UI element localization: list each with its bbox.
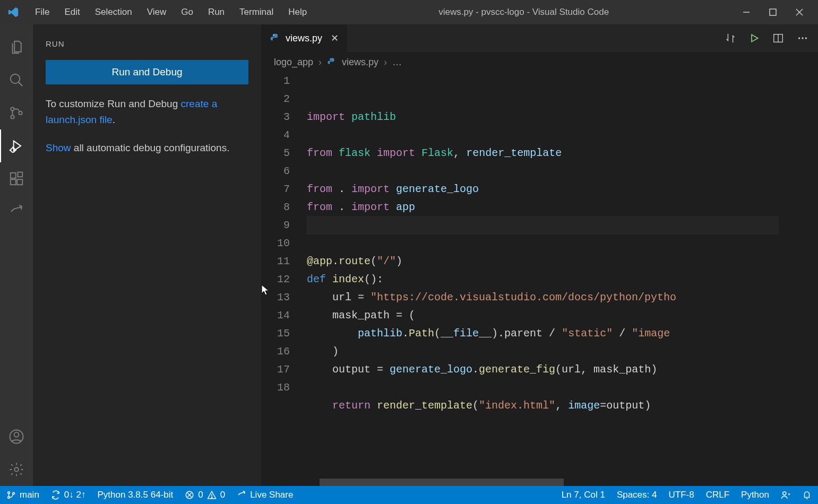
sync-item[interactable]: 0↓ 2↑ — [51, 490, 86, 500]
branch-label: main — [20, 490, 39, 500]
run-and-debug-button[interactable]: Run and Debug — [46, 60, 248, 84]
close-button[interactable] — [786, 0, 813, 24]
svg-point-7 — [11, 115, 14, 118]
code-line[interactable]: from flask import Flask, render_template — [307, 144, 818, 162]
code-line[interactable]: from . import app — [307, 198, 818, 216]
extensions-icon[interactable] — [0, 162, 33, 195]
python-interpreter-item[interactable]: Python 3.8.5 64-bit — [98, 490, 174, 500]
menu-view[interactable]: View — [140, 4, 174, 21]
more-actions-icon[interactable] — [797, 32, 808, 44]
live-share-item[interactable]: Live Share — [237, 490, 293, 500]
code-line[interactable]: @app.route("/") — [307, 253, 818, 271]
svg-point-26 — [8, 492, 10, 494]
show-link[interactable]: Show — [46, 142, 71, 153]
eol-label: CRLF — [706, 490, 729, 500]
language-mode-item[interactable]: Python — [741, 490, 769, 500]
minimize-button[interactable] — [733, 0, 760, 24]
breadcrumb-tail[interactable]: … — [392, 57, 402, 68]
code-line[interactable] — [307, 216, 818, 234]
panel-title: RUN — [46, 32, 248, 60]
cursor-label: Ln 7, Col 1 — [562, 490, 605, 500]
code-line[interactable]: from . import generate_logo — [307, 180, 818, 198]
share-icon[interactable] — [0, 195, 33, 228]
compare-changes-icon[interactable] — [725, 32, 736, 44]
svg-point-18 — [14, 432, 19, 437]
main-area: RUN Run and Debug To customize Run and D… — [0, 24, 818, 486]
svg-point-23 — [798, 37, 800, 39]
eol-item[interactable]: CRLF — [706, 490, 729, 500]
account-icon[interactable] — [0, 420, 33, 453]
run-file-icon[interactable] — [749, 33, 760, 44]
sync-label: 0↓ 2↑ — [64, 490, 86, 500]
menu-selection[interactable]: Selection — [88, 4, 140, 21]
line-gutter: 123456789101112131415161718 — [261, 72, 307, 486]
explorer-icon[interactable] — [0, 31, 33, 64]
breadcrumb-folder[interactable]: logo_app — [274, 57, 313, 68]
breadcrumb-file[interactable]: views.py — [342, 57, 378, 68]
code-line[interactable] — [307, 126, 818, 144]
titlebar: FileEditSelectionViewGoRunTerminalHelp v… — [0, 0, 818, 24]
cursor-position-item[interactable]: Ln 7, Col 1 — [562, 490, 605, 500]
menu-bar: FileEditSelectionViewGoRunTerminalHelp — [28, 4, 314, 21]
spaces-label: Spaces: 4 — [617, 490, 657, 500]
source-control-icon[interactable] — [0, 97, 33, 129]
lang-label: Python — [741, 490, 769, 500]
menu-edit[interactable]: Edit — [57, 4, 87, 21]
code-line[interactable] — [307, 234, 818, 253]
code-line[interactable] — [307, 415, 818, 433]
svg-point-6 — [11, 107, 14, 110]
menu-terminal[interactable]: Terminal — [232, 4, 281, 21]
svg-rect-16 — [18, 172, 23, 177]
code-line[interactable]: pathlib.Path(__file__).parent / "static"… — [307, 325, 818, 343]
maximize-button[interactable] — [760, 0, 786, 24]
python-file-icon — [327, 57, 337, 67]
git-branch-item[interactable]: main — [6, 490, 39, 500]
customize-text: To customize Run and Debug create a laun… — [46, 96, 248, 128]
svg-point-4 — [11, 74, 20, 84]
code-line[interactable]: url = "https://code.visualstudio.com/doc… — [307, 289, 818, 307]
code-line[interactable]: import pathlib — [307, 108, 818, 126]
menu-help[interactable]: Help — [281, 4, 314, 21]
svg-rect-15 — [17, 179, 22, 185]
svg-line-5 — [19, 82, 23, 86]
svg-point-33 — [211, 497, 212, 498]
code-line[interactable]: output = generate_logo.generate_fig(url,… — [307, 361, 818, 379]
notifications-icon[interactable] — [802, 490, 812, 500]
code-line[interactable]: ) — [307, 343, 818, 361]
problems-item[interactable]: 0 0 — [185, 490, 225, 500]
encoding-label: UTF-8 — [668, 490, 694, 500]
window-controls — [733, 0, 813, 24]
svg-rect-13 — [11, 173, 16, 178]
liveshare-label: Live Share — [250, 490, 293, 500]
minimap[interactable] — [779, 72, 818, 486]
menu-go[interactable]: Go — [174, 4, 201, 21]
code-line[interactable] — [307, 162, 818, 180]
horizontal-scrollbar[interactable] — [320, 479, 564, 486]
vscode-logo-icon — [5, 6, 21, 18]
run-debug-icon[interactable] — [0, 129, 33, 162]
status-bar: main 0↓ 2↑ Python 3.8.5 64-bit 0 0 Live … — [0, 486, 818, 504]
code-line[interactable]: def index(): — [307, 271, 818, 289]
activity-bar — [0, 24, 33, 486]
code-content[interactable]: import pathlib from flask import Flask, … — [307, 72, 818, 486]
encoding-item[interactable]: UTF-8 — [668, 490, 694, 500]
feedback-icon[interactable] — [781, 490, 790, 500]
svg-point-8 — [19, 111, 22, 115]
indentation-item[interactable]: Spaces: 4 — [617, 490, 657, 500]
tab-views-py[interactable]: views.py ✕ — [261, 24, 348, 52]
search-icon[interactable] — [0, 64, 33, 97]
menu-run[interactable]: Run — [201, 4, 232, 21]
chevron-right-icon: › — [384, 57, 387, 68]
settings-gear-icon[interactable] — [0, 453, 33, 486]
close-tab-icon[interactable]: ✕ — [331, 32, 339, 44]
menu-file[interactable]: File — [28, 4, 57, 21]
code-editor[interactable]: 123456789101112131415161718 import pathl… — [261, 72, 818, 486]
customize-text-post: . — [113, 114, 115, 125]
chevron-right-icon: › — [318, 57, 322, 68]
code-line[interactable] — [307, 379, 818, 397]
code-line[interactable]: mask_path = ( — [307, 307, 818, 325]
code-line[interactable]: return render_template("index.html", ima… — [307, 397, 818, 415]
breadcrumb[interactable]: logo_app › views.py › … — [261, 52, 818, 72]
svg-point-19 — [14, 467, 19, 472]
split-editor-icon[interactable] — [772, 32, 784, 44]
